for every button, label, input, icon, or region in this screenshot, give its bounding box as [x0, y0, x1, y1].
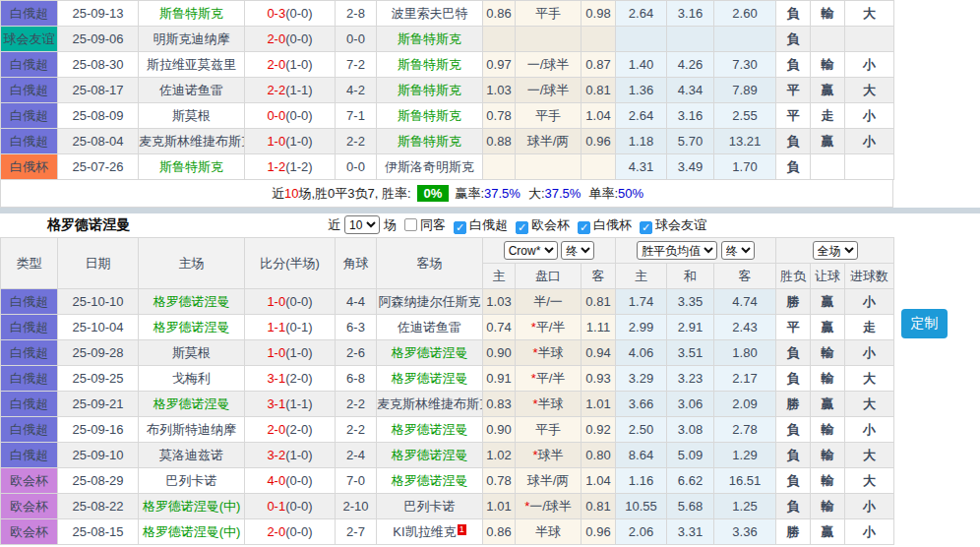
- half-score: (2-0): [285, 371, 312, 386]
- away-team[interactable]: 巴列卡诺: [377, 494, 483, 519]
- odds-draw: 2.91: [667, 315, 714, 340]
- ah-home-odds: 0.90: [483, 340, 516, 366]
- corner-score: 2-7: [336, 519, 377, 545]
- ah-away-odds: 1.11: [582, 315, 616, 340]
- home-team[interactable]: 麦克斯林维捷布斯克: [139, 129, 245, 154]
- full-score: 2-0: [267, 422, 285, 437]
- odds-1x2-final-select[interactable]: 终: [721, 241, 755, 260]
- full-score: 2-0: [267, 57, 285, 72]
- goals-result-badge: 走: [845, 315, 894, 340]
- away-team[interactable]: 斯鲁特斯克: [377, 27, 483, 52]
- full-score: 2-0: [267, 524, 285, 539]
- home-team[interactable]: 斯拉维亚莫兹里: [139, 52, 245, 78]
- match-history-page: 白俄超 25-09-13 斯鲁特斯克 0-3(0-0) 2-8 波里索夫巴特 0…: [0, 0, 980, 547]
- home-team[interactable]: 斯鲁特斯克: [139, 154, 245, 180]
- odds-away: 1.70: [714, 154, 776, 180]
- home-team[interactable]: 巴列卡诺: [139, 468, 245, 494]
- ah-away-odds: 0.81: [582, 78, 616, 103]
- home-team[interactable]: 格罗德诺涅曼: [139, 315, 245, 340]
- full-score: 0-0: [267, 108, 285, 123]
- fulltime-select[interactable]: 全场: [813, 241, 858, 260]
- home-team[interactable]: 莫洛迪兹诺: [139, 443, 245, 468]
- goals-result-badge: 小: [845, 340, 894, 366]
- corner-score: 7-2: [336, 52, 377, 78]
- ah-line: *半球: [516, 392, 582, 417]
- home-team[interactable]: 佐迪诺鱼雷: [139, 78, 245, 103]
- league-badge: 欧会杯: [1, 494, 58, 519]
- match-date: 25-10-04: [58, 315, 139, 340]
- customize-button[interactable]: 定制: [901, 309, 948, 338]
- home-team[interactable]: 斯莫根: [139, 103, 245, 129]
- checkbox-icon[interactable]: ✓: [640, 221, 652, 234]
- away-team[interactable]: KI凯拉维克1: [377, 519, 483, 545]
- checkbox-icon[interactable]: [404, 218, 417, 231]
- half-score: (0-0): [285, 108, 312, 123]
- full-score: 3-1: [267, 371, 285, 386]
- checkbox-conference-cup[interactable]: ✓欧会杯: [508, 216, 570, 234]
- col-away: 客场: [377, 238, 483, 289]
- checkbox-icon[interactable]: ✓: [578, 221, 590, 234]
- checkbox-icon[interactable]: ✓: [454, 221, 466, 234]
- away-team[interactable]: 斯鲁特斯克: [377, 103, 483, 129]
- away-team[interactable]: 格罗德诺涅曼: [377, 443, 483, 468]
- checkbox-icon[interactable]: ✓: [516, 221, 528, 234]
- company-select[interactable]: Crow*: [504, 241, 558, 260]
- home-team[interactable]: 明斯克迪纳摩: [139, 27, 245, 52]
- goals-result-badge: 小: [845, 289, 894, 315]
- league-badge: 欧会杯: [1, 519, 58, 545]
- company-final-select[interactable]: 终: [561, 241, 594, 260]
- home-team[interactable]: 格罗德诺涅曼(中): [139, 519, 245, 545]
- odds-draw: 6.62: [667, 468, 714, 494]
- corner-score: 0-0: [336, 27, 377, 52]
- away-team[interactable]: 麦克斯林维捷布斯克: [377, 392, 483, 417]
- away-team[interactable]: 伊斯洛奇明斯克: [377, 154, 483, 180]
- away-team[interactable]: 格罗德诺涅曼: [377, 366, 483, 392]
- handicap-result-badge: 輸: [811, 468, 845, 494]
- odds-home: 2.99: [616, 315, 667, 340]
- league-badge: 白俄超: [1, 289, 58, 315]
- half-score: (0-0): [285, 473, 312, 488]
- away-team[interactable]: 格罗德诺涅曼: [377, 340, 483, 366]
- ah-away-odds: 0.96: [582, 129, 616, 154]
- away-team[interactable]: 斯鲁特斯克: [377, 129, 483, 154]
- away-team[interactable]: 斯鲁特斯克: [377, 78, 483, 103]
- home-team[interactable]: 戈梅利: [139, 366, 245, 392]
- handicap-result-badge: 輸: [811, 366, 845, 392]
- sub-col-away-odds: 客: [714, 264, 776, 289]
- away-team[interactable]: 斯鲁特斯克: [377, 52, 483, 78]
- league-badge: 白俄超: [1, 417, 58, 443]
- match-row: 白俄超 25-09-13 斯鲁特斯克 0-3(0-0) 2-8 波里索夫巴特 0…: [1, 1, 894, 27]
- odds-away: 16.51: [714, 468, 776, 494]
- ah-line: 半/一: [516, 289, 582, 315]
- sub-col-win-lose: 胜负: [776, 264, 811, 289]
- home-team[interactable]: 格罗德诺涅曼(中): [139, 494, 245, 519]
- home-team[interactable]: 斯莫根: [139, 340, 245, 366]
- home-team[interactable]: 格罗德诺涅曼: [139, 392, 245, 417]
- odds-home: 1.74: [616, 289, 667, 315]
- away-team[interactable]: 佐迪诺鱼雷: [377, 315, 483, 340]
- league-badge: 白俄超: [1, 1, 58, 27]
- home-team[interactable]: 布列斯特迪纳摩: [139, 417, 245, 443]
- checkbox-club-friendly[interactable]: ✓球会友谊: [632, 216, 706, 234]
- checkbox-label: 球会友谊: [655, 217, 706, 232]
- home-team[interactable]: 斯鲁特斯克: [139, 1, 245, 27]
- checkbox-bel-premier[interactable]: ✓白俄超: [446, 216, 508, 234]
- away-team[interactable]: 阿森纳捷尔任斯克: [377, 289, 483, 315]
- ah-home-odds: 0.86: [483, 519, 516, 545]
- odds-1x2-select[interactable]: 胜平负均值: [637, 241, 717, 260]
- odds-away: [714, 27, 776, 52]
- recent-count-select[interactable]: 10: [344, 215, 380, 234]
- ah-away-odds: [582, 27, 616, 52]
- handicap-result-badge: 走: [811, 103, 845, 129]
- away-team[interactable]: 格罗德诺涅曼: [377, 468, 483, 494]
- half-score: (0-0): [285, 294, 312, 309]
- match-row: 白俄超 25-08-30 斯拉维亚莫兹里 2-0(1-0) 7-2 斯鲁特斯克 …: [1, 52, 894, 78]
- match-date: 25-09-06: [58, 27, 139, 52]
- away-team[interactable]: 波里索夫巴特: [377, 1, 483, 27]
- half-score: (0-0): [285, 31, 312, 46]
- odds-draw: 3.16: [667, 1, 714, 27]
- home-team[interactable]: 格罗德诺涅曼: [139, 289, 245, 315]
- checkbox-bel-cup[interactable]: ✓白俄杯: [570, 216, 632, 234]
- away-team[interactable]: 格罗德诺涅曼: [377, 417, 483, 443]
- checkbox-same-away[interactable]: 同客: [397, 216, 446, 234]
